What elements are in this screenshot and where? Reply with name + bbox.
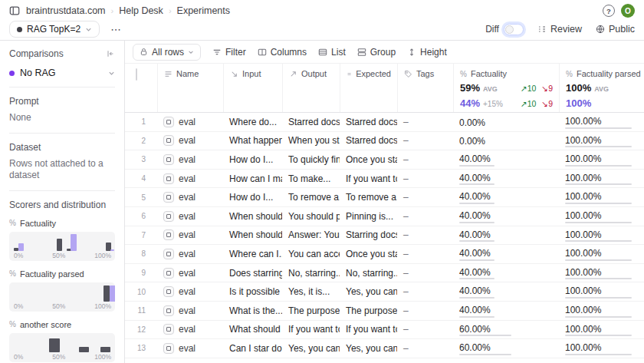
histogram-factuality-parsed[interactable]: 0% 50% 100% xyxy=(9,282,115,312)
row-factuality-parsed: 100.00% xyxy=(559,210,644,223)
diff-toggle[interactable] xyxy=(504,24,524,35)
score-bar xyxy=(565,316,632,318)
score-bar xyxy=(459,222,495,223)
filter-icon xyxy=(212,48,222,57)
axis-label: 0% xyxy=(14,302,23,310)
score-bar xyxy=(459,316,495,318)
columns-button[interactable]: Columns xyxy=(258,47,307,58)
table-row[interactable]: 2evalWhat happens...When you star...Star… xyxy=(125,132,644,151)
row-factuality: 40.00% xyxy=(453,210,559,223)
row-tags: – xyxy=(397,117,453,127)
factuality-delta: +15% xyxy=(483,100,503,108)
row-name: eval xyxy=(179,154,196,165)
improvements-count: ↗10 xyxy=(521,99,536,108)
help-icon[interactable]: ? xyxy=(603,5,615,17)
score-bar xyxy=(459,278,495,279)
improvements-count: ↗10 xyxy=(521,84,536,93)
row-name: eval xyxy=(179,229,196,240)
table-row[interactable]: 4evalHow can I ma...To make...If you wan… xyxy=(125,170,644,189)
breadcrumb-section[interactable]: Experiments xyxy=(177,5,230,16)
breadcrumb-org[interactable]: braintrustdata.com xyxy=(26,5,106,16)
row-number: 6 xyxy=(125,212,157,220)
histogram-bar xyxy=(110,249,114,251)
column-header-factuality[interactable]: %Factuality 59%AVG ↗10↘9 44%+15% ↗10↘9 xyxy=(453,64,559,112)
table-row[interactable]: 10evalIs it possible t...Yes, it is...Ye… xyxy=(125,282,644,302)
table-row[interactable]: 12evalWhat should I...If you want to...I… xyxy=(125,321,644,340)
row-factuality-parsed: 100.00% xyxy=(559,342,644,355)
arrow-out-icon xyxy=(289,70,297,78)
column-header-tags[interactable]: Tags xyxy=(397,64,453,112)
row-number: 4 xyxy=(125,174,157,183)
table-row[interactable]: 6evalWhen should I...You should pi...Pin… xyxy=(125,207,644,226)
table-row[interactable]: 3evalHow do I...To quickly fin...Once yo… xyxy=(125,150,644,170)
row-number: 10 xyxy=(125,288,157,296)
table-row[interactable]: 5evalHow do I...To remove a...To remove … xyxy=(125,188,644,207)
group-button[interactable]: Group xyxy=(357,47,396,58)
table-row[interactable]: 13evalCan I star doc...Yes, you can...Ye… xyxy=(125,339,644,358)
axis-label: 100% xyxy=(94,252,111,259)
score-bar xyxy=(565,297,632,299)
score-bar xyxy=(565,222,632,223)
table-row[interactable]: 11evalWhat is the...The purpose ...The p… xyxy=(125,302,644,321)
column-header-factuality-parsed[interactable]: %Factuality parsed 100%AVG 100% xyxy=(559,64,644,112)
axis-label: 0% xyxy=(14,353,23,361)
rows-filter-button[interactable]: All rows xyxy=(133,44,201,61)
score-bar xyxy=(565,354,632,355)
lock-icon xyxy=(140,48,148,56)
row-number: 3 xyxy=(125,155,157,163)
divider xyxy=(9,87,115,87)
comparison-selector[interactable]: No RAG xyxy=(9,68,115,78)
more-options-button[interactable]: ⋯ xyxy=(106,23,127,35)
row-output: When you star... xyxy=(282,135,340,146)
table-row[interactable]: 7evalWhen should I...Answer: You...Starr… xyxy=(125,226,644,246)
list-button[interactable]: List xyxy=(318,47,346,58)
height-button[interactable]: Height xyxy=(407,47,447,58)
filter-button[interactable]: Filter xyxy=(212,47,246,58)
row-number: 5 xyxy=(125,193,157,202)
row-number: 8 xyxy=(125,249,157,258)
row-factuality: 0.00% xyxy=(453,135,559,147)
table-row[interactable]: 9evalDoes starring...No, starring...No, … xyxy=(125,264,644,283)
row-tags: – xyxy=(397,305,453,316)
column-header-expected[interactable]: Expected xyxy=(340,64,397,112)
experiment-dot-icon xyxy=(17,27,22,32)
row-name-cell: eval xyxy=(157,211,223,222)
breadcrumb-project[interactable]: Help Desk xyxy=(119,5,163,16)
row-name: eval xyxy=(179,249,196,259)
row-factuality-parsed: 100.00% xyxy=(559,266,644,280)
row-output: To remove a... xyxy=(282,192,340,203)
row-input: What happens... xyxy=(223,135,282,146)
scorers-label: Scorers and distribution xyxy=(9,200,115,210)
row-number: 7 xyxy=(125,231,157,239)
column-header-output[interactable]: Output xyxy=(282,64,340,112)
histogram-bar xyxy=(79,347,89,352)
score-bar xyxy=(565,203,632,204)
public-button[interactable]: Public xyxy=(596,24,635,35)
axis-label: 0% xyxy=(14,252,23,259)
factuality-summary-current: 59%AVG ↗10↘9 xyxy=(460,82,553,94)
toggle-knob-icon xyxy=(505,25,514,34)
column-header-input[interactable]: Input xyxy=(223,64,282,112)
review-button[interactable]: Review xyxy=(537,24,582,35)
row-factuality-parsed: 100.00% xyxy=(559,285,644,299)
row-factuality-parsed: 100.00% xyxy=(559,247,644,261)
comparison-name: No RAG xyxy=(20,68,56,78)
select-all-checkbox[interactable] xyxy=(136,68,137,81)
table-row[interactable]: 1evalWhere do...Starred docs...Starred d… xyxy=(125,113,644,132)
column-header-name[interactable]: Name xyxy=(157,64,223,112)
eval-icon xyxy=(163,249,174,259)
score-bar xyxy=(565,127,632,129)
row-name-cell: eval xyxy=(157,286,223,297)
collapse-sidebar-icon[interactable] xyxy=(106,49,115,58)
score-bar xyxy=(565,278,632,279)
histogram-bar xyxy=(104,285,110,302)
prompt-label: Prompt xyxy=(9,96,115,107)
histogram-another-score[interactable]: 0% 50% 100% xyxy=(9,333,115,362)
histogram-factuality[interactable]: 0% 50% 100% xyxy=(9,232,115,261)
row-name-cell: eval xyxy=(157,324,223,335)
table-row[interactable]: 8evalWhere can I...You can acce...Once y… xyxy=(125,245,644,264)
avatar[interactable]: O xyxy=(621,4,635,18)
row-output: The purpose ... xyxy=(282,305,340,316)
experiment-selector[interactable]: RAG TopK=2 xyxy=(9,21,100,38)
sidebar-panel-icon[interactable] xyxy=(9,5,20,16)
